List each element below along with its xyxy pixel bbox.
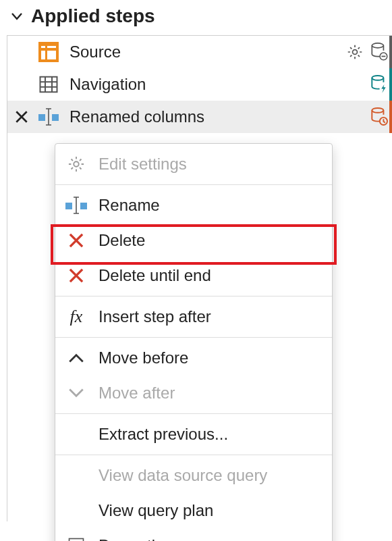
step-label: Navigation bbox=[69, 75, 360, 94]
menu-separator bbox=[55, 184, 332, 185]
x-red-icon bbox=[65, 229, 88, 252]
svg-rect-12 bbox=[69, 539, 84, 542]
step-label: Renamed columns bbox=[69, 107, 360, 126]
menu-item-delete[interactable]: Delete bbox=[55, 223, 332, 258]
svg-point-9 bbox=[74, 161, 78, 166]
menu-separator bbox=[55, 337, 332, 338]
svg-point-1 bbox=[372, 43, 383, 48]
accent-bar bbox=[389, 68, 392, 101]
menu-item-label: Move after bbox=[99, 384, 175, 403]
applied-steps-panel: Source Navigation bbox=[7, 35, 392, 521]
svg-rect-10 bbox=[65, 203, 72, 209]
menu-item-view-data-source-query: View data source query bbox=[55, 458, 332, 493]
chevron-down-icon bbox=[9, 9, 24, 24]
step-item-renamed-columns[interactable]: Renamed columns bbox=[7, 101, 392, 133]
menu-item-edit-settings: Edit settings bbox=[55, 147, 332, 182]
menu-item-view-query-plan[interactable]: View query plan bbox=[55, 493, 332, 528]
svg-point-0 bbox=[353, 50, 358, 55]
menu-item-label: Rename bbox=[99, 196, 160, 215]
database-time-icon[interactable] bbox=[369, 107, 389, 127]
blank-icon bbox=[65, 423, 88, 446]
step-label: Source bbox=[69, 43, 335, 61]
svg-rect-3 bbox=[40, 77, 57, 93]
chevron-down-icon bbox=[65, 382, 88, 405]
chevron-up-icon bbox=[65, 346, 88, 369]
menu-separator bbox=[55, 296, 332, 297]
menu-item-label: Properties... bbox=[99, 536, 186, 541]
menu-item-label: Delete until end bbox=[99, 266, 211, 285]
gear-icon bbox=[65, 153, 88, 176]
context-menu: Edit settings Rename Delete Delete until bbox=[55, 143, 333, 541]
svg-rect-5 bbox=[38, 114, 45, 121]
menu-item-label: Extract previous... bbox=[99, 425, 228, 444]
table-source-icon bbox=[37, 41, 60, 63]
section-header[interactable]: Applied steps bbox=[7, 0, 392, 35]
x-red-icon bbox=[65, 264, 88, 287]
svg-rect-11 bbox=[80, 203, 87, 209]
step-item-source[interactable]: Source bbox=[7, 36, 392, 68]
blank-icon bbox=[65, 499, 88, 522]
database-bolt-icon[interactable] bbox=[369, 74, 389, 95]
menu-item-properties[interactable]: Properties... bbox=[55, 528, 332, 541]
menu-item-label: Insert step after bbox=[99, 307, 211, 326]
accent-bar bbox=[389, 101, 392, 133]
properties-icon bbox=[65, 534, 88, 541]
database-remove-icon[interactable] bbox=[369, 42, 389, 62]
gear-icon[interactable] bbox=[345, 42, 365, 62]
menu-item-label: View query plan bbox=[99, 501, 213, 520]
menu-item-label: View data source query bbox=[99, 466, 267, 485]
menu-item-move-after: Move after bbox=[55, 376, 332, 411]
svg-point-7 bbox=[372, 108, 383, 113]
step-item-navigation[interactable]: Navigation bbox=[7, 68, 392, 101]
menu-item-delete-until-end[interactable]: Delete until end bbox=[55, 258, 332, 293]
rename-column-icon bbox=[37, 105, 60, 128]
menu-item-move-before[interactable]: Move before bbox=[55, 340, 332, 376]
svg-rect-6 bbox=[52, 114, 59, 121]
svg-point-4 bbox=[372, 76, 383, 80]
table-icon bbox=[37, 73, 60, 96]
menu-item-label: Edit settings bbox=[99, 155, 187, 174]
menu-separator bbox=[55, 413, 332, 414]
rename-icon bbox=[65, 194, 88, 217]
fx-icon: fx bbox=[65, 305, 88, 328]
menu-separator bbox=[55, 455, 332, 455]
close-icon[interactable] bbox=[11, 107, 32, 127]
menu-item-extract-previous[interactable]: Extract previous... bbox=[55, 417, 332, 452]
menu-item-label: Move before bbox=[99, 349, 188, 367]
menu-item-label: Delete bbox=[99, 231, 145, 250]
section-title: Applied steps bbox=[31, 5, 155, 27]
blank-icon bbox=[65, 464, 88, 487]
menu-item-rename[interactable]: Rename bbox=[55, 188, 332, 223]
menu-item-insert-step-after[interactable]: fx Insert step after bbox=[55, 299, 332, 334]
accent-bar bbox=[389, 36, 392, 68]
